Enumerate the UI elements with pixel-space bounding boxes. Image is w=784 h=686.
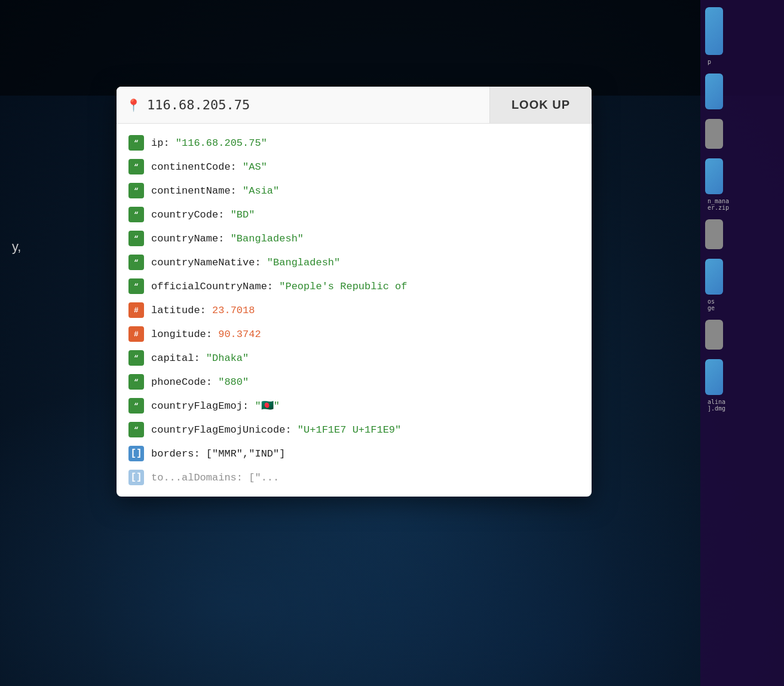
type-badge-string-3: “: [128, 183, 144, 198]
type-badge-string-7: “: [128, 278, 144, 294]
result-row-countryFlagEmoj: “ countryFlagEmoj: "🇧🇩": [117, 394, 592, 418]
results-container: “ ip: "116.68.205.75" “ continentCode: "…: [117, 124, 592, 497]
result-content-latitude: latitude: 23.7018: [151, 305, 255, 316]
type-badge-array: []: [128, 446, 144, 461]
result-row-countryName: “ countryName: "Bangladesh": [117, 226, 592, 250]
type-badge-string-9: “: [128, 374, 144, 390]
right-panel-item-5: [705, 219, 779, 252]
result-content-continentName: continentName: "Asia": [151, 186, 279, 196]
result-row-countryCode: “ countryCode: "BD": [117, 203, 592, 226]
search-input[interactable]: [147, 87, 480, 123]
result-content-countryName: countryName: "Bangladesh": [151, 234, 304, 244]
result-row-officialCountryName: “ officialCountryName: "People's Republi…: [117, 274, 592, 298]
right-panel-item-3: [705, 119, 779, 151]
result-content-ip: ip: "116.68.205.75": [151, 138, 267, 148]
result-row-phoneCode: “ phoneCode: "880": [117, 370, 592, 394]
result-content-phoneCode: phoneCode: "880": [151, 377, 249, 387]
result-content-countryFlagEmojUnicode: countryFlagEmojUnicode: "U+1F1E7 U+1F1E9…: [151, 425, 401, 435]
right-panel-item-6: osge: [705, 259, 779, 313]
left-edge-text: y,: [12, 239, 21, 255]
type-badge-string-5: “: [128, 231, 144, 246]
ip-lookup-dialog: 📍 LOOK UP “ ip: "116.68.205.75" “ contin…: [117, 87, 592, 497]
result-content-countryCode: countryCode: "BD": [151, 210, 255, 220]
result-row-capital: “ capital: "Dhaka": [117, 346, 592, 370]
right-panel-item-1: p: [705, 7, 779, 66]
type-badge-string-6: “: [128, 255, 144, 270]
right-panel-label-1: p: [705, 57, 779, 66]
search-input-wrapper: 📍: [117, 87, 489, 123]
result-row-continentName: “ continentName: "Asia": [117, 179, 592, 203]
type-badge-string-2: “: [128, 159, 144, 174]
bg-top-overlay: [0, 0, 784, 96]
result-content-partial: to...alDomains: ["...: [151, 473, 279, 483]
lookup-button[interactable]: LOOK UP: [489, 87, 592, 123]
type-badge-string-11: “: [128, 422, 144, 437]
right-panel-item-7: [705, 320, 779, 352]
result-row-latitude: # latitude: 23.7018: [117, 298, 592, 322]
result-content-countryNameNative: countryNameNative: "Bangladesh": [151, 258, 340, 268]
right-panel-item-8: alina].dmg: [705, 359, 779, 413]
result-row-continentCode: “ continentCode: "AS": [117, 155, 592, 179]
right-panel-item-4: n_manaer.zip: [705, 158, 779, 212]
type-badge-number: #: [128, 302, 144, 318]
result-content-countryFlagEmoj: countryFlagEmoj: "🇧🇩": [151, 401, 280, 411]
result-row-borders: [] borders: ["MMR","IND"]: [117, 442, 592, 466]
result-row-longitude: # longitude: 90.3742: [117, 322, 592, 346]
result-row-ip: “ ip: "116.68.205.75": [117, 131, 592, 155]
result-content-capital: capital: "Dhaka": [151, 353, 249, 363]
result-content-longitude: longitude: 90.3742: [151, 329, 261, 339]
right-sidebar: p n_manaer.zip osge alina].dmg: [700, 0, 784, 686]
location-icon: 📍: [126, 98, 141, 112]
right-panel-item-2: [705, 74, 779, 112]
type-badge-string-4: “: [128, 207, 144, 222]
type-badge-string-10: “: [128, 398, 144, 414]
result-row-countryFlagEmojUnicode: “ countryFlagEmojUnicode: "U+1F1E7 U+1F1…: [117, 418, 592, 442]
right-panel-label-8: alina].dmg: [705, 397, 779, 413]
result-row-partial: [] to...alDomains: ["...: [117, 466, 592, 489]
right-panel-label-6: osge: [705, 297, 779, 313]
result-row-countryNameNative: “ countryNameNative: "Bangladesh": [117, 250, 592, 274]
search-bar: 📍 LOOK UP: [117, 87, 592, 124]
type-badge-number-2: #: [128, 326, 144, 342]
right-panel-label-4: n_manaer.zip: [705, 197, 779, 212]
type-badge-string: “: [128, 135, 144, 151]
result-content-borders: borders: ["MMR","IND"]: [151, 449, 285, 459]
result-content-officialCountryName: officialCountryName: "People's Republic …: [151, 281, 408, 292]
type-badge-array-2: []: [128, 470, 144, 485]
type-badge-string-8: “: [128, 350, 144, 366]
result-content-continentCode: continentCode: "AS": [151, 162, 267, 172]
